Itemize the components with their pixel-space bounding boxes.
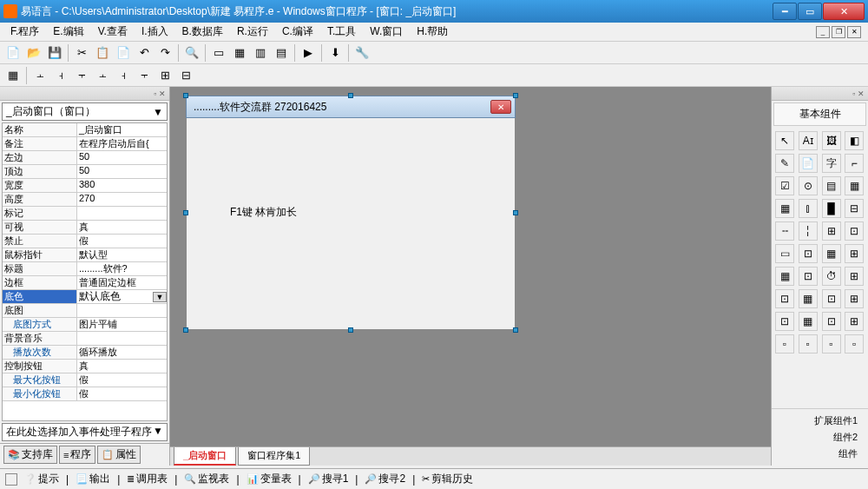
grid-icon[interactable]: ▦ [3,66,23,85]
component-icon[interactable]: ▫ [799,334,818,354]
component-icon[interactable]: ▦ [845,176,864,195]
property-row[interactable]: 控制按钮真 [3,360,167,373]
tab-support-lib[interactable]: 📚 支持库 [3,446,57,464]
property-row[interactable]: 左边50 [3,151,167,165]
property-row[interactable]: 备注在程序启动后自{ [3,137,167,151]
property-row[interactable]: 标记 [3,207,167,221]
resize-handle-sw[interactable] [183,327,188,333]
bb-search2[interactable]: 🔎 搜寻2 [361,472,409,486]
layout3-icon[interactable]: ▥ [251,43,270,63]
menu-program[interactable]: F.程序 [3,23,46,41]
mdi-minimize[interactable]: _ [816,26,830,38]
tab-program[interactable]: ≡ 程序 [59,446,95,464]
property-row[interactable]: 可视真 [3,221,167,235]
component-icon[interactable]: ⊞ [822,221,841,241]
redo-icon[interactable]: ↷ [155,43,174,63]
tab-properties[interactable]: 📋 属性 [97,446,141,464]
layout4-icon[interactable]: ▤ [272,43,291,63]
component-icon[interactable]: ⊡ [775,312,794,331]
component-icon[interactable]: ⫿ [799,199,818,218]
component-icon[interactable]: ⊞ [845,244,864,263]
component-icon[interactable]: ⊡ [822,312,841,331]
menu-run[interactable]: R.运行 [230,23,275,41]
component-icon[interactable]: 🖼 [822,131,841,150]
form-client-area[interactable]: F1键 林肯加长 [186,118,516,330]
panel-handle[interactable]: ▫ ✕ [0,87,169,101]
align-top-icon[interactable]: ⫠ [93,66,112,85]
property-value[interactable] [77,304,167,317]
property-value[interactable]: 普通固定边框 [77,276,167,289]
component-icon[interactable]: ▦ [799,289,818,308]
component-icon[interactable]: ⊞ [845,312,864,331]
bb-calltable[interactable]: ≣ 调用表 [123,472,171,486]
component-icon[interactable]: ⊞ [845,289,864,308]
resize-handle-e[interactable] [513,210,518,215]
menu-database[interactable]: B.数据库 [175,23,230,41]
property-row[interactable]: 宽度380 [3,179,167,193]
component-icon[interactable]: ⌐ [845,154,864,173]
property-row[interactable]: 底图 [3,304,167,318]
component-icon[interactable]: 字 [822,154,841,173]
property-value[interactable]: 50 [77,165,167,178]
open-icon[interactable]: 📂 [24,43,43,63]
resize-handle-s[interactable] [348,327,353,333]
menu-tools[interactable]: T.工具 [320,23,363,41]
same-height-icon[interactable]: ⊟ [176,66,195,85]
property-value[interactable]: _启动窗口 [77,123,167,136]
property-row[interactable]: 顶边50 [3,165,167,179]
undo-icon[interactable]: ↶ [135,43,154,63]
property-row[interactable]: 背景音乐 [3,332,167,346]
component-icon[interactable]: ✎ [775,154,794,173]
tab-window-program-set[interactable]: 窗口程序集1 [238,447,310,466]
property-row[interactable]: 底图方式图片平铺 [3,318,167,332]
component-icon[interactable]: 📄 [799,154,818,173]
copy-icon[interactable]: 📋 [93,43,112,63]
property-row[interactable]: 最小化按钮假 [3,387,167,401]
property-value[interactable]: 默认底色▼ [77,290,167,303]
property-value[interactable]: 380 [77,179,167,192]
component-icon[interactable]: ⊞ [845,267,864,286]
maximize-button[interactable]: ▭ [798,3,822,20]
property-value[interactable] [77,207,167,220]
property-row[interactable]: 名称_启动窗口 [3,123,167,137]
component-icon[interactable]: ⏱ [822,267,841,286]
resize-handle-n[interactable] [348,93,353,98]
menu-view[interactable]: V.查看 [91,23,135,41]
resize-handle-w[interactable] [183,210,188,215]
property-value[interactable] [77,332,167,345]
property-row[interactable]: 标题.........软件? [3,262,167,276]
bb-output[interactable]: 📃 输出 [72,472,114,486]
ext-item-1[interactable]: 扩展组件1 [775,413,865,429]
component-icon[interactable]: █ [822,199,841,218]
tab-startup-window[interactable]: _启动窗口 [174,447,236,466]
align-mid-icon[interactable]: ⫞ [114,66,133,85]
component-icon[interactable]: ⊙ [799,176,818,195]
property-row[interactable]: 最大化按钮假 [3,373,167,387]
component-icon[interactable]: ▫ [822,334,841,354]
component-icon[interactable]: ↖ [775,131,794,150]
layout2-icon[interactable]: ▦ [230,43,249,63]
run-icon[interactable]: ▶ [299,43,318,63]
component-icon[interactable]: ▦ [775,267,794,286]
component-icon[interactable]: Aɪ [799,131,818,150]
mdi-close[interactable]: ✕ [847,26,861,38]
property-row[interactable]: 播放次数循环播放 [3,346,167,360]
component-icon[interactable]: ▦ [775,199,794,218]
menu-edit[interactable]: E.编辑 [46,23,90,41]
component-icon[interactable]: ⊡ [822,289,841,308]
align-right-icon[interactable]: ⫟ [72,66,91,85]
bb-cliphistory[interactable]: ✂ 剪辑历史 [418,472,477,486]
align-center-icon[interactable]: ⫞ [51,66,70,85]
resize-handle-nw[interactable] [183,93,188,98]
menu-compile[interactable]: C.编译 [275,23,320,41]
design-surface[interactable]: .........软件交流群 272016425 ✕ F1键 林肯加长 _启动窗… [170,87,771,466]
property-value[interactable]: 真 [77,360,167,373]
ext-item-3[interactable]: 组件 [775,446,865,462]
form-designer[interactable]: .........软件交流群 272016425 ✕ F1键 林肯加长 [186,96,516,330]
bb-vartable[interactable]: 📊 变量表 [243,472,295,486]
find-icon[interactable]: 🔍 [182,43,201,63]
bb-hint[interactable]: ❔ 提示 [21,472,62,486]
new-icon[interactable]: 📄 [3,43,23,63]
save-icon[interactable]: 💾 [45,43,64,63]
component-icon[interactable]: ╎ [799,221,818,241]
